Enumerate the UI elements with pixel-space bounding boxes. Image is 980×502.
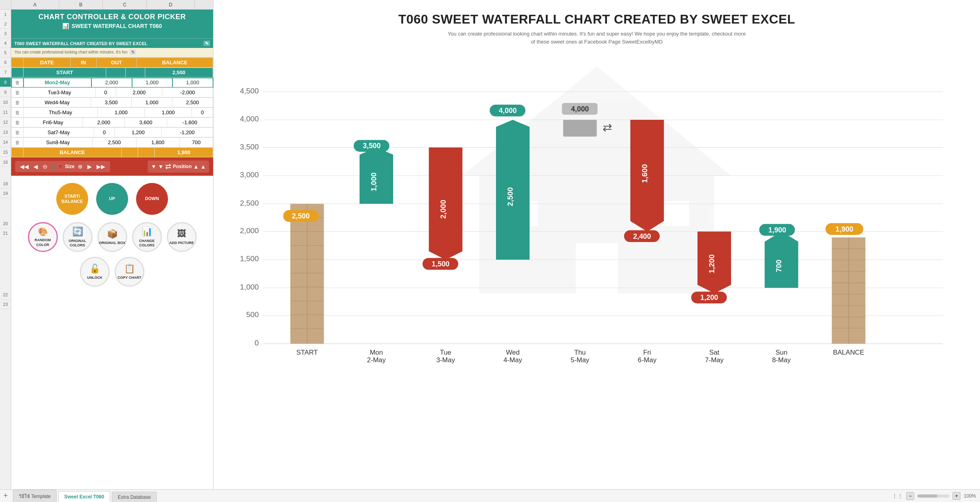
info-row: T060 SWEET WATERFALL CHART CREATED BY SW… bbox=[11, 38, 213, 48]
svg-text:1,000: 1,000 bbox=[369, 173, 378, 191]
svg-text:3,000: 3,000 bbox=[240, 171, 259, 179]
edit-icon[interactable]: ✎ bbox=[204, 41, 210, 46]
chart-panel: T060 SWEET WATERFALL CHART CREATED BY SW… bbox=[213, 0, 980, 502]
svg-text:2,000: 2,000 bbox=[240, 226, 259, 235]
controller-header: CHART CONTROLLER & COLOR PICKER 📊 SWEET … bbox=[11, 10, 213, 38]
th-out: OUT bbox=[97, 58, 137, 67]
unlock-icon: 🔓 bbox=[89, 263, 100, 275]
controller-subtitle: 📊 SWEET WATERFALL CHART T060 bbox=[13, 23, 211, 29]
svg-text:4,000: 4,000 bbox=[240, 115, 259, 123]
start-out bbox=[125, 68, 145, 77]
table-row[interactable]: 🗑 Sat7-May 0 1,200 -1,200 bbox=[12, 128, 213, 137]
svg-text:1,000: 1,000 bbox=[240, 283, 259, 291]
balance-bar: 1,900 bbox=[826, 223, 865, 344]
waterfall-chart-svg: 4,500 4,000 3,500 3,000 2,500 2,000 1,50… bbox=[229, 54, 964, 365]
original-colors-btn[interactable]: 🔄 ORIGINAL COLORS bbox=[63, 222, 93, 252]
unlock-btn[interactable]: 🔓 UNLOCK bbox=[80, 257, 110, 287]
svg-text:500: 500 bbox=[246, 310, 259, 319]
col-b-header: B bbox=[59, 0, 103, 9]
desc-edit-icon[interactable]: ✎ bbox=[130, 50, 136, 55]
row-16-num: 16 bbox=[0, 157, 11, 167]
svg-text:4-May: 4-May bbox=[504, 356, 522, 364]
table-row[interactable]: 🗑 Fri6-May 2,000 3,600 -1,600 bbox=[12, 118, 213, 127]
svg-rect-2 bbox=[576, 243, 618, 293]
row-2-num: 2 bbox=[0, 19, 11, 29]
svg-text:2,500: 2,500 bbox=[240, 199, 259, 207]
trash-icon[interactable]: 🗑 bbox=[15, 80, 20, 85]
svg-text:4,000: 4,000 bbox=[499, 107, 517, 115]
zoom-in-btn[interactable]: + bbox=[952, 492, 960, 500]
row-22-num: 22 bbox=[0, 290, 11, 300]
pos-down-triangle[interactable]: ▼ bbox=[151, 163, 156, 170]
pos-up-triangle2[interactable]: ▲ bbox=[200, 163, 206, 170]
size-plus-btn[interactable]: ⊕ bbox=[76, 163, 84, 171]
tab-sweet-excel[interactable]: Sweet Excel T060 bbox=[58, 491, 110, 502]
vertical-dots: ⋮⋮ bbox=[892, 493, 903, 499]
bottom-right-controls: ⋮⋮ − + 100% bbox=[892, 492, 976, 500]
size-minus-btn[interactable]: ⊖ bbox=[41, 163, 49, 171]
row-20-num: 20 bbox=[0, 219, 11, 228]
chart-colors-icon: 📊 bbox=[142, 226, 152, 238]
row-18-num: 18 bbox=[0, 179, 11, 188]
pos-down-triangle2[interactable]: ▼ bbox=[158, 163, 164, 170]
table-row[interactable]: 🗑 Wed4-May 3,500 1,000 2,500 bbox=[12, 98, 213, 107]
svg-text:1,600: 1,600 bbox=[640, 164, 649, 183]
svg-text:2,500: 2,500 bbox=[506, 187, 514, 206]
svg-text:2-May: 2-May bbox=[367, 356, 386, 364]
size-down-triangle[interactable]: ▼ bbox=[58, 163, 63, 170]
row-21-num: 21 bbox=[0, 228, 11, 238]
zoom-level: 100% bbox=[964, 493, 976, 499]
pos-up-triangle[interactable]: ▲ bbox=[193, 163, 199, 170]
svg-text:6-May: 6-May bbox=[638, 356, 656, 364]
picture-icon: 🖼 bbox=[177, 228, 186, 240]
table-row[interactable]: 🗑 Tue3-May 0 2,000 -2,000 bbox=[12, 88, 213, 97]
change-colors-btn[interactable]: 📊 CHANGE COLORS bbox=[132, 222, 162, 252]
start-bar: 2,500 bbox=[283, 204, 324, 343]
balance-cell[interactable]: 1,000 bbox=[172, 78, 213, 87]
size-up-triangle[interactable]: ▲ bbox=[51, 163, 56, 170]
tab-how-to[interactable]: วิธีใช้ Template bbox=[13, 490, 57, 502]
table-row[interactable]: 🗑 Mon2-May 2,000 1,000 1,000 bbox=[12, 78, 213, 87]
copy-chart-label: COPY CHART bbox=[118, 276, 141, 280]
col-a-header: A bbox=[11, 0, 59, 9]
size-controls: ◀◀ ◀ ⊖ ▲ ▼ Size ⊕ ▶ ▶▶ bbox=[15, 161, 110, 172]
chart-subtitle: You can create professional looking char… bbox=[229, 30, 964, 46]
controller-title: CHART CONTROLLER & COLOR PICKER bbox=[13, 13, 211, 21]
zoom-out-btn[interactable]: − bbox=[906, 492, 914, 500]
svg-text:3,500: 3,500 bbox=[363, 142, 381, 150]
add-picture-btn[interactable]: 🖼 ADD PICTURE bbox=[167, 222, 197, 252]
controls-row: ◀◀ ◀ ⊖ ▲ ▼ Size ⊕ ▶ ▶▶ ▼ ▼ ⇄ Position ▲ … bbox=[11, 157, 213, 176]
size-prev-btn[interactable]: ◀ bbox=[32, 163, 40, 171]
pos-arrows[interactable]: ⇄ bbox=[165, 162, 171, 171]
out-cell[interactable]: 1,000 bbox=[132, 78, 172, 87]
svg-text:3,500: 3,500 bbox=[240, 143, 259, 151]
random-color-btn[interactable]: 🎨 RANDOM COLOR bbox=[28, 222, 58, 252]
svg-text:1,500: 1,500 bbox=[432, 260, 450, 268]
tab-extra-db[interactable]: Extra Database bbox=[112, 492, 157, 502]
chart-title: T060 SWEET WATERFALL CHART CREATED BY SW… bbox=[229, 12, 964, 27]
up-btn[interactable]: UP bbox=[96, 183, 128, 215]
down-btn[interactable]: DOWN bbox=[136, 183, 168, 215]
row-19-num: 19 bbox=[0, 188, 11, 198]
rainbow-icon: 🎨 bbox=[38, 226, 48, 237]
col-d-header: D bbox=[147, 0, 195, 9]
row-3-num: 3 bbox=[0, 29, 11, 38]
refresh-icon: 🔄 bbox=[72, 226, 83, 238]
start-balance-btn[interactable]: START/ BALANCE bbox=[56, 183, 88, 215]
in-cell[interactable]: 2,000 bbox=[91, 78, 132, 87]
svg-text:BALANCE: BALANCE bbox=[833, 349, 864, 356]
unlock-label: UNLOCK bbox=[87, 276, 103, 280]
svg-text:7-May: 7-May bbox=[705, 356, 724, 364]
add-picture-label: ADD PICTURE bbox=[169, 241, 194, 246]
copy-chart-btn[interactable]: 📋 COPY CHART bbox=[115, 257, 144, 287]
table-row[interactable]: 🗑 Thu5-May 1,000 1,000 0 bbox=[12, 108, 213, 117]
size-next-btn[interactable]: ▶ bbox=[86, 163, 93, 171]
svg-text:700: 700 bbox=[775, 260, 783, 272]
date-cell[interactable]: Mon2-May bbox=[24, 78, 92, 87]
original-box-btn[interactable]: 📦 ORIGINAL BOX bbox=[97, 222, 127, 252]
size-next-next-btn[interactable]: ▶▶ bbox=[95, 163, 107, 171]
row-1-num: 1 bbox=[0, 10, 11, 19]
add-sheet-btn[interactable]: + bbox=[0, 490, 11, 502]
table-row[interactable]: 🗑 Sun8-May 2,500 1,800 700 bbox=[12, 138, 213, 147]
size-prev-prev-btn[interactable]: ◀◀ bbox=[18, 163, 30, 171]
